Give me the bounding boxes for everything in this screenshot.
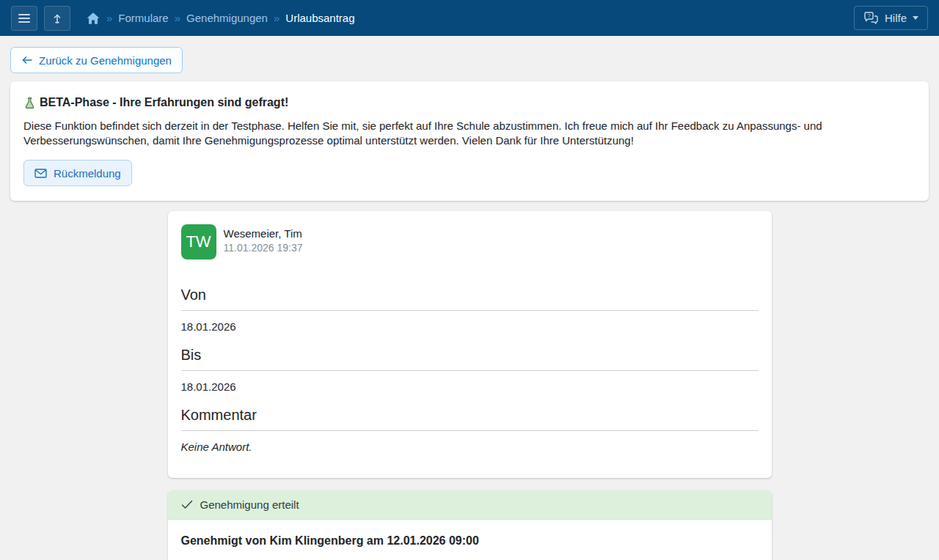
- beta-description: Diese Funktion befindet sich derzeit in …: [23, 119, 916, 148]
- author-name: Wesemeier, Tim: [224, 227, 303, 240]
- check-icon: [181, 500, 193, 509]
- request-card: TW Wesemeier, Tim 11.01.2026 19:37 Von 1…: [168, 211, 772, 478]
- main-content: Zurück zu Genehmigungen BETA-Phase - Ihr…: [0, 36, 939, 560]
- back-button-label: Zurück zu Genehmigungen: [39, 54, 172, 67]
- author-meta: Wesemeier, Tim 11.01.2026 19:37: [224, 224, 303, 254]
- beta-notice-card: BETA-Phase - Ihre Erfahrungen sind gefra…: [10, 81, 929, 201]
- help-button[interactable]: ? Hilfe: [854, 6, 928, 30]
- field-von: Von 18.01.2026: [181, 286, 759, 334]
- arrow-left-icon: [21, 55, 33, 65]
- field-value: 18.01.2026: [181, 380, 759, 394]
- flask-icon: [23, 97, 36, 109]
- author-row: TW Wesemeier, Tim 11.01.2026 19:37: [181, 224, 759, 259]
- field-bis: Bis 18.01.2026: [181, 346, 759, 394]
- home-icon[interactable]: [86, 12, 101, 25]
- submission-timestamp: 11.01.2026 19:37: [224, 242, 303, 254]
- approval-status-label: Genehmigung erteilt: [200, 498, 299, 511]
- chevron-down-icon: [913, 16, 918, 20]
- page: » Formulare » Genehmigungen » Urlaubsant…: [0, 0, 939, 560]
- field-value: 18.01.2026: [181, 320, 759, 334]
- avatar: TW: [181, 224, 216, 259]
- scroll-top-button[interactable]: [44, 6, 70, 31]
- breadcrumb-current-page: Urlaubsantrag: [285, 12, 354, 24]
- form-fields: Von 18.01.2026 Bis 18.01.2026 Kommentar …: [181, 286, 759, 454]
- field-label: Von: [181, 286, 759, 311]
- help-label: Hilfe: [885, 12, 907, 24]
- field-value: Keine Antwort.: [181, 440, 759, 454]
- breadcrumb-item-formulare[interactable]: Formulare: [118, 12, 168, 24]
- approval-detail: Genehmigt von Kim Klingenberg am 12.01.2…: [181, 534, 759, 548]
- beta-title: BETA-Phase - Ihre Erfahrungen sind gefra…: [40, 96, 288, 109]
- approval-body: Genehmigt von Kim Klingenberg am 12.01.2…: [168, 520, 772, 560]
- breadcrumb-item-genehmigungen[interactable]: Genehmigungen: [186, 12, 268, 24]
- field-kommentar: Kommentar Keine Antwort.: [181, 406, 759, 454]
- breadcrumb-separator: »: [274, 12, 279, 24]
- breadcrumb-separator: »: [106, 12, 112, 24]
- menu-button[interactable]: [11, 6, 37, 31]
- approval-status-header: Genehmigung erteilt: [168, 490, 772, 520]
- field-label: Bis: [181, 346, 759, 371]
- top-navbar: » Formulare » Genehmigungen » Urlaubsant…: [0, 0, 939, 36]
- feedback-button[interactable]: Rückmeldung: [23, 160, 132, 186]
- envelope-icon: [34, 169, 47, 178]
- field-label: Kommentar: [181, 406, 759, 431]
- breadcrumb: » Formulare » Genehmigungen » Urlaubsant…: [86, 12, 355, 25]
- beta-title-row: BETA-Phase - Ihre Erfahrungen sind gefra…: [23, 96, 916, 109]
- help-chat-icon: ?: [863, 12, 879, 25]
- back-to-approvals-button[interactable]: Zurück zu Genehmigungen: [10, 47, 183, 73]
- svg-text:?: ?: [867, 12, 870, 19]
- arrow-up-icon: [51, 12, 63, 24]
- feedback-button-label: Rückmeldung: [54, 167, 121, 180]
- hamburger-icon: [18, 13, 31, 23]
- approval-card: Genehmigung erteilt Genehmigt von Kim Kl…: [168, 490, 772, 560]
- breadcrumb-separator: »: [175, 12, 180, 24]
